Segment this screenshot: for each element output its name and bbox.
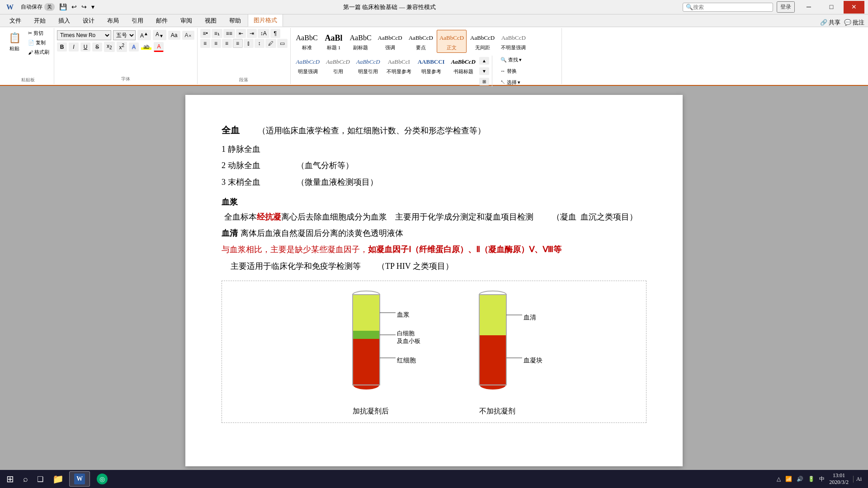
show-desktop-button[interactable]: Ai	[853, 476, 862, 483]
underline-button[interactable]: U	[80, 42, 90, 52]
cut-button[interactable]: ✂ 剪切	[26, 29, 51, 38]
styles-scroll-down[interactable]: ▼	[479, 67, 489, 75]
multilevel-button[interactable]: ≡≡	[223, 29, 235, 38]
find-button[interactable]: 🔍 查找 ▾	[499, 56, 524, 64]
tab-review[interactable]: 审阅	[175, 14, 198, 27]
login-button[interactable]: 登录	[777, 1, 795, 13]
style-subtitle-preview: AaBbC	[350, 32, 372, 44]
search-button[interactable]: ⌕	[19, 473, 32, 486]
style-emphasis[interactable]: AaBbCcD 强调	[375, 30, 405, 53]
tab-file[interactable]: 文件	[4, 14, 27, 27]
italic-button[interactable]: I	[69, 42, 79, 52]
customize-qa[interactable]: ▾	[90, 2, 96, 12]
comments-button[interactable]: 💬 批注	[844, 19, 864, 27]
line-item3: 3 末梢全血 （微量血液检测项目）	[222, 175, 646, 189]
style-intense-em-preview: AaBbCcD	[296, 56, 320, 68]
style-intense-em[interactable]: AaBbCcD 明显强调	[293, 54, 323, 89]
superscript-button[interactable]: x2	[117, 42, 127, 52]
format-painter-button[interactable]: 🖌 格式刷	[26, 48, 51, 56]
document-page: 全血 （适用临床血液学检查，如红细胞计数、分类和形态学检查等） 1 静脉全血 2…	[185, 95, 683, 466]
text-effect-button[interactable]: A	[129, 42, 139, 52]
columns-button[interactable]: ⫿	[244, 39, 254, 48]
line-spacing-button[interactable]: ↕	[255, 39, 264, 48]
style-book-title-preview: AaBbCcD	[451, 56, 476, 68]
tab-mail[interactable]: 邮件	[150, 14, 174, 27]
style-heading1[interactable]: AaBl 标题 1	[321, 30, 346, 53]
style-quote[interactable]: AaBbCcD 引用	[323, 54, 353, 89]
show-hide-button[interactable]: ¶	[270, 29, 280, 38]
style-key[interactable]: AaBbCcD 要点	[406, 30, 436, 53]
item1-text: 1 静脉全血	[222, 145, 260, 154]
style-body[interactable]: AaBbCcD 正文	[437, 30, 467, 53]
align-center-button[interactable]: ≡	[211, 39, 221, 48]
align-right-button[interactable]: ≡	[222, 39, 232, 48]
paste-button[interactable]: 📋 粘贴	[5, 29, 24, 54]
tab-picture-format[interactable]: 图片格式	[248, 14, 283, 27]
font-color-button[interactable]: A	[154, 42, 164, 52]
copy-button[interactable]: 📄 复制	[26, 38, 51, 47]
style-intense-quote[interactable]: AaBbCcD 明显引用	[354, 54, 383, 89]
tab-layout[interactable]: 布局	[101, 14, 125, 27]
style-subtle-em[interactable]: AaBbCcD 不明显强调	[498, 30, 528, 53]
diagram-container: 血浆 白细胞及血小板 红细胞 加抗凝剂后	[222, 281, 646, 423]
sort-button[interactable]: ↕A	[258, 29, 269, 38]
border-button[interactable]: ▭	[277, 39, 288, 48]
styles-scroll-up[interactable]: ▲	[479, 57, 489, 65]
label-serum: 血清	[524, 312, 536, 323]
style-book-title[interactable]: AaBbCcD 书籍标题	[448, 54, 478, 89]
green-app-taskbar-btn[interactable]: ◎	[92, 471, 113, 487]
tab-design[interactable]: 设计	[77, 14, 100, 27]
maximize-button[interactable]: □	[821, 1, 842, 14]
task-view-button[interactable]: ❑	[33, 473, 47, 485]
select-button[interactable]: ↖ 选择 ▾	[499, 78, 524, 87]
font-row-2: B I U S x2 x2 A ab A	[57, 42, 194, 52]
share-button[interactable]: 🔗 共享	[820, 19, 840, 27]
notification-icon[interactable]: △	[777, 476, 781, 483]
clear-format-button[interactable]: A✕	[182, 31, 194, 40]
replace-button[interactable]: ↔ 替换	[499, 67, 524, 75]
tab-references[interactable]: 引用	[126, 14, 149, 27]
redo-button[interactable]: ↪	[80, 2, 89, 12]
styles-expand[interactable]: ⊞	[479, 78, 489, 85]
style-intense-em-label: 明显强调	[298, 68, 318, 75]
network-icon[interactable]: 📶	[785, 476, 792, 483]
shading-button[interactable]: 🖊	[265, 39, 276, 48]
font-name-select[interactable]: Times New Ro	[57, 30, 111, 40]
justify-button[interactable]: ≡	[233, 39, 243, 48]
search-box[interactable]: 🔍	[683, 3, 773, 12]
tab-home[interactable]: 开始	[28, 14, 52, 27]
style-subtitle[interactable]: AaBbC 副标题	[347, 30, 374, 53]
style-subtle-ref[interactable]: AaBbCcI 不明显参考	[384, 54, 414, 89]
style-normal[interactable]: AaBbC 标准	[293, 30, 321, 53]
change-case-button[interactable]: Aa	[168, 31, 180, 40]
tab-view[interactable]: 视图	[199, 14, 222, 27]
align-left-button[interactable]: ≡	[200, 39, 210, 48]
tab-insert[interactable]: 插入	[52, 14, 76, 27]
decrease-indent-button[interactable]: ⇤	[236, 29, 246, 38]
close-button[interactable]: ✕	[844, 1, 864, 14]
highlight-button[interactable]: ab	[141, 42, 152, 52]
battery-icon[interactable]: 🔋	[808, 476, 815, 483]
font-size-select[interactable]: 五号	[113, 30, 136, 40]
search-input[interactable]	[693, 4, 765, 10]
file-explorer-button[interactable]: 📁	[49, 472, 67, 486]
subscript-button[interactable]: x2	[104, 42, 115, 52]
label-plasma: 血浆	[397, 309, 410, 320]
tab-help[interactable]: 帮助	[223, 14, 247, 27]
numbering-button[interactable]: ≡₁	[212, 29, 222, 38]
undo-button[interactable]: ↩	[70, 2, 79, 12]
style-nospacing[interactable]: AaBbCcD 无间距	[467, 30, 497, 53]
shrink-font-button[interactable]: A▼	[153, 30, 166, 40]
grow-font-button[interactable]: A▲	[137, 30, 151, 40]
bold-button[interactable]: B	[57, 42, 67, 52]
word-taskbar-btn[interactable]: W	[69, 471, 90, 487]
increase-indent-button[interactable]: ⇥	[247, 29, 257, 38]
autosave-toggle[interactable]: 自动保存 关	[19, 2, 57, 12]
save-button[interactable]: 💾	[57, 2, 69, 12]
minimize-button[interactable]: ─	[798, 1, 819, 14]
bullets-button[interactable]: ≡•	[200, 29, 211, 38]
strikethrough-button[interactable]: S	[92, 42, 102, 52]
volume-icon[interactable]: 🔊	[797, 476, 803, 483]
style-intense-ref[interactable]: AaBbCcI 明显参考	[415, 54, 448, 89]
start-button[interactable]: ⊞	[3, 472, 18, 486]
